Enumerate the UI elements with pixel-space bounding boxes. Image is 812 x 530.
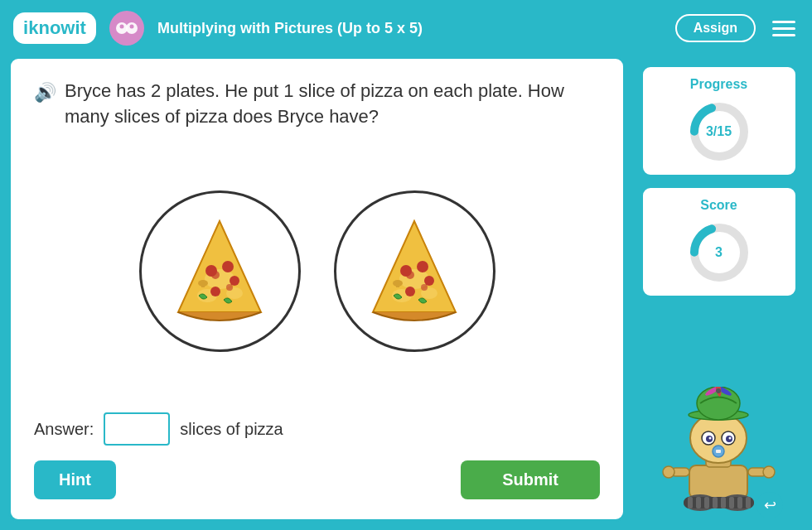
svg-marker-4: [178, 221, 261, 312]
score-label: Score: [700, 198, 737, 213]
hamburger-line-3: [772, 34, 795, 36]
score-box: Score 3: [640, 186, 798, 298]
answer-label: Answer:: [34, 420, 94, 439]
pictures-area: [34, 145, 600, 398]
hamburger-line-2: [772, 27, 795, 30]
progress-label: Progress: [690, 77, 747, 92]
svg-rect-43: [746, 497, 751, 508]
svg-point-25: [424, 276, 434, 286]
progress-box: Progress 3/15: [640, 65, 798, 177]
svg-rect-38: [704, 497, 709, 508]
svg-point-47: [763, 466, 775, 478]
svg-point-64: [716, 388, 721, 393]
svg-rect-35: [684, 497, 754, 508]
svg-rect-41: [729, 497, 734, 508]
answer-suffix: slices of pizza: [180, 420, 283, 439]
pizza-circle-2: [334, 190, 495, 352]
svg-rect-37: [696, 497, 701, 508]
svg-point-12: [210, 287, 220, 296]
pizza-image-1: [162, 213, 278, 329]
svg-rect-42: [737, 497, 742, 508]
submit-button[interactable]: Submit: [461, 460, 600, 499]
score-donut: 3: [686, 219, 752, 286]
progress-donut: 3/15: [686, 99, 752, 165]
speaker-icon[interactable]: 🔊: [34, 82, 56, 104]
menu-button[interactable]: [769, 17, 799, 40]
svg-point-46: [663, 466, 674, 478]
svg-rect-57: [716, 450, 721, 453]
back-button[interactable]: ↩: [756, 492, 783, 518]
character-area: ↩: [655, 306, 783, 522]
svg-marker-16: [373, 221, 456, 312]
logo-icon: [109, 11, 144, 46]
svg-rect-32: [689, 465, 747, 499]
svg-point-9: [226, 284, 233, 291]
svg-point-21: [421, 284, 428, 291]
hint-button[interactable]: Hint: [34, 460, 116, 499]
svg-point-3: [130, 25, 134, 29]
svg-rect-36: [688, 497, 693, 508]
pizza-image-2: [356, 213, 472, 329]
svg-point-13: [230, 276, 239, 286]
answer-input[interactable]: [104, 412, 170, 446]
svg-point-54: [709, 437, 712, 440]
score-value: 3: [715, 245, 723, 260]
lesson-title: Multiplying with Pictures (Up to 5 x 5): [157, 20, 662, 37]
svg-rect-27: [396, 283, 399, 287]
svg-point-24: [405, 287, 415, 296]
right-panel: Progress 3/15 Score 3: [634, 56, 804, 522]
main-content: 🔊 Bryce has 2 plates. He put 1 slice of …: [8, 56, 804, 522]
question-area: 🔊 Bryce has 2 plates. He put 1 slice of …: [34, 79, 600, 130]
logo: iknowit: [13, 12, 96, 44]
svg-point-23: [417, 261, 428, 272]
svg-point-55: [729, 437, 732, 440]
svg-point-10: [205, 265, 217, 277]
header: iknowit Multiplying with Pictures (Up to…: [0, 0, 812, 56]
progress-value: 3/15: [706, 124, 732, 139]
svg-rect-40: [721, 497, 726, 508]
pizza-circle-1: [139, 190, 301, 352]
question-panel: 🔊 Bryce has 2 plates. He put 1 slice of …: [8, 56, 626, 522]
buttons-area: Hint Submit: [34, 460, 600, 499]
svg-point-22: [400, 265, 412, 277]
answer-area: Answer: slices of pizza: [34, 412, 600, 446]
question-text: Bryce has 2 plates. He put 1 slice of pi…: [65, 79, 600, 130]
svg-point-11: [222, 261, 234, 272]
svg-point-2: [120, 25, 124, 29]
svg-rect-39: [713, 497, 718, 508]
svg-rect-15: [201, 283, 205, 287]
assign-button[interactable]: Assign: [675, 14, 756, 42]
hamburger-line-1: [772, 21, 795, 23]
logo-text: iknowit: [23, 17, 86, 39]
